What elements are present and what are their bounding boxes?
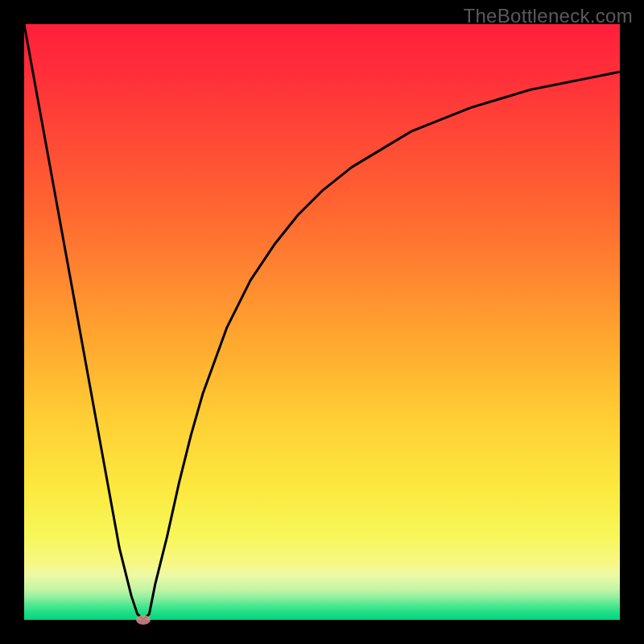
plot-area (24, 24, 620, 620)
bottleneck-curve (24, 24, 620, 620)
chart-frame: TheBottleneck.com (0, 0, 644, 644)
minimum-marker (136, 615, 151, 625)
watermark-text: TheBottleneck.com (463, 5, 633, 27)
curve-path (24, 24, 620, 620)
